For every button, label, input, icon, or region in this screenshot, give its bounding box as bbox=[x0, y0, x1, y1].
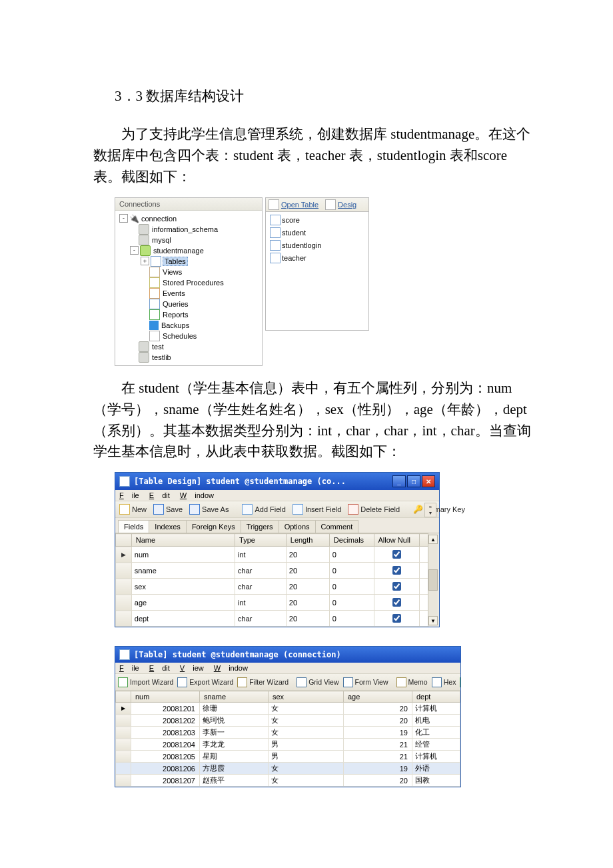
data-grid[interactable]: num sname sex age dept ▶20081201徐珊女20计算机… bbox=[115, 691, 460, 787]
scroll-up-icon[interactable]: ▲ bbox=[428, 535, 438, 544]
cell-decimals[interactable]: 0 bbox=[329, 579, 374, 595]
table-list-item[interactable]: student bbox=[267, 227, 367, 238]
cell-length[interactable]: 20 bbox=[286, 611, 329, 627]
cell-allow-null[interactable] bbox=[374, 563, 419, 579]
hex-button[interactable]: Hex bbox=[432, 677, 456, 687]
data-row[interactable]: 20081202鲍珂悦女20机电 bbox=[116, 715, 460, 727]
field-row[interactable]: deptchar200 bbox=[116, 611, 428, 627]
cell-age[interactable]: 20 bbox=[344, 775, 412, 787]
menu-edit[interactable]: Edit bbox=[149, 491, 170, 499]
toolbar-overflow[interactable]: »▾ bbox=[424, 503, 436, 517]
allow-null-checkbox[interactable] bbox=[392, 582, 401, 591]
memo-button[interactable]: Memo bbox=[396, 677, 428, 687]
insert-field-button[interactable]: Insert Field bbox=[293, 504, 341, 515]
expand-icon[interactable]: + bbox=[141, 257, 149, 265]
tab-fields[interactable]: Fields bbox=[118, 520, 149, 533]
image-button[interactable]: Image bbox=[460, 677, 460, 687]
tree-item[interactable]: +Tables bbox=[117, 256, 261, 267]
cell-name[interactable]: sex bbox=[131, 579, 235, 595]
cell-sname[interactable]: 星期 bbox=[200, 751, 269, 763]
tree-item[interactable]: -🔌connection bbox=[117, 213, 261, 224]
cell-length[interactable]: 20 bbox=[286, 579, 329, 595]
cell-dept[interactable]: 化工 bbox=[412, 727, 460, 739]
tree-item[interactable]: Reports bbox=[117, 309, 261, 320]
col-dept[interactable]: dept bbox=[412, 691, 460, 703]
scroll-down-icon[interactable]: ▼ bbox=[428, 616, 438, 625]
cell-sname[interactable]: 徐珊 bbox=[200, 703, 269, 715]
cell-allow-null[interactable] bbox=[374, 611, 419, 627]
field-row[interactable]: sexchar200 bbox=[116, 579, 428, 595]
cell-type[interactable]: char bbox=[235, 611, 287, 627]
cell-type[interactable]: char bbox=[235, 563, 287, 579]
col-type[interactable]: Type bbox=[235, 534, 287, 547]
cell-num[interactable]: 20081203 bbox=[131, 727, 200, 739]
save-button[interactable]: Save bbox=[153, 504, 183, 515]
allow-null-checkbox[interactable] bbox=[392, 598, 401, 607]
tab-comment[interactable]: Comment bbox=[315, 520, 359, 533]
menu-window[interactable]: Window bbox=[180, 491, 214, 499]
field-row[interactable]: ▶numint200 bbox=[116, 547, 428, 563]
close-button[interactable]: ✕ bbox=[422, 475, 435, 487]
connections-tree[interactable]: -🔌connectioninformation_schemamysql-stud… bbox=[115, 211, 262, 365]
table-list-item[interactable]: teacher bbox=[267, 253, 367, 263]
cell-type[interactable]: char bbox=[235, 579, 287, 595]
col-allow-null[interactable]: Allow Null bbox=[374, 534, 419, 547]
cell-sex[interactable]: 女 bbox=[269, 703, 344, 715]
cell-age[interactable]: 19 bbox=[344, 727, 412, 739]
tree-item[interactable]: Views bbox=[117, 267, 261, 277]
cell-sex[interactable]: 女 bbox=[269, 727, 344, 739]
table-list-item[interactable]: studentlogin bbox=[267, 240, 367, 251]
tree-item[interactable]: Events bbox=[117, 288, 261, 299]
tree-item[interactable]: information_schema bbox=[117, 224, 261, 235]
tree-item[interactable]: -studentmanage bbox=[117, 245, 261, 256]
minimize-button[interactable]: _ bbox=[392, 475, 406, 487]
tree-item[interactable]: Schedules bbox=[117, 331, 261, 341]
vertical-scrollbar[interactable]: ▲ ▼ bbox=[428, 533, 438, 627]
cell-allow-null[interactable] bbox=[374, 579, 419, 595]
cell-name[interactable]: sname bbox=[131, 563, 235, 579]
cell-num[interactable]: 20081202 bbox=[131, 715, 200, 727]
cell-age[interactable]: 19 bbox=[344, 763, 412, 775]
cell-name[interactable]: age bbox=[131, 595, 235, 611]
cell-sex[interactable]: 男 bbox=[269, 751, 344, 763]
cell-sex[interactable]: 女 bbox=[269, 715, 344, 727]
tree-item[interactable]: Stored Procedures bbox=[117, 277, 261, 288]
cell-type[interactable]: int bbox=[235, 595, 287, 611]
allow-null-checkbox[interactable] bbox=[392, 614, 401, 623]
cell-name[interactable]: num bbox=[131, 547, 235, 563]
col-name[interactable]: Name bbox=[131, 534, 235, 547]
tab-options[interactable]: Options bbox=[279, 520, 316, 533]
form-view-button[interactable]: Form View bbox=[343, 677, 388, 687]
cell-decimals[interactable]: 0 bbox=[329, 563, 374, 579]
menu-file[interactable]: File bbox=[119, 491, 139, 499]
cell-sname[interactable]: 方思霞 bbox=[200, 763, 269, 775]
menu-view[interactable]: View bbox=[180, 664, 204, 672]
cell-allow-null[interactable] bbox=[374, 547, 419, 563]
data-row[interactable]: 20081205星期男21计算机 bbox=[116, 751, 460, 763]
cell-length[interactable]: 20 bbox=[286, 595, 329, 611]
cell-dept[interactable]: 计算机 bbox=[412, 751, 460, 763]
grid-view-button[interactable]: Grid View bbox=[297, 677, 338, 687]
allow-null-checkbox[interactable] bbox=[392, 550, 401, 559]
cell-age[interactable]: 20 bbox=[344, 715, 412, 727]
col-sex[interactable]: sex bbox=[269, 691, 344, 703]
maximize-button[interactable]: □ bbox=[407, 475, 420, 487]
tree-item[interactable]: mysql bbox=[117, 235, 261, 245]
cell-age[interactable]: 21 bbox=[344, 739, 412, 751]
tree-item[interactable]: Queries bbox=[117, 299, 261, 309]
field-row[interactable]: ageint200 bbox=[116, 595, 428, 611]
cell-length[interactable]: 20 bbox=[286, 547, 329, 563]
data-row[interactable]: 20081203李新一女19化工 bbox=[116, 727, 460, 739]
field-row[interactable]: snamechar200 bbox=[116, 563, 428, 579]
tab-foreign-keys[interactable]: Foreign Keys bbox=[186, 520, 241, 533]
tree-item[interactable]: Backups bbox=[117, 320, 261, 331]
menu-edit[interactable]: Edit bbox=[149, 664, 170, 672]
cell-length[interactable]: 20 bbox=[286, 563, 329, 579]
new-button[interactable]: New bbox=[119, 504, 147, 515]
cell-dept[interactable]: 机电 bbox=[412, 715, 460, 727]
tab-indexes[interactable]: Indexes bbox=[149, 520, 187, 533]
menu-window[interactable]: Window bbox=[214, 664, 248, 672]
open-table-button[interactable]: Open Table bbox=[269, 199, 318, 210]
import-wizard-button[interactable]: Import Wizard bbox=[118, 677, 173, 687]
cell-type[interactable]: int bbox=[235, 547, 287, 563]
